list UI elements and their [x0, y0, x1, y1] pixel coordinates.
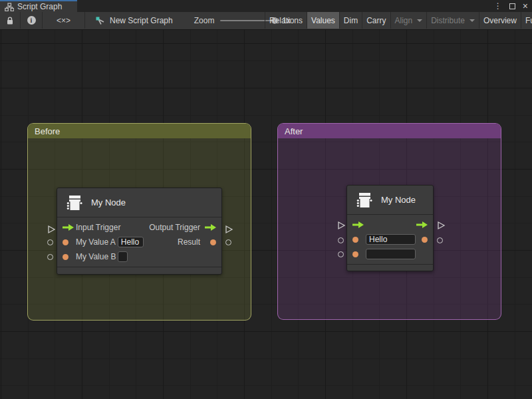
ext-flow-input-port[interactable] — [337, 221, 346, 233]
flow-output-port[interactable] — [205, 223, 216, 231]
node-footer — [347, 264, 433, 271]
unit-icon — [354, 190, 374, 210]
flow-arrow-icon — [63, 223, 74, 231]
port-label: Result — [178, 237, 200, 247]
ext-value-input-port[interactable] — [338, 237, 344, 243]
group-before-title: Before — [35, 126, 60, 136]
distribute-label: Distribute — [431, 16, 465, 25]
node-body: Input Trigger Output Trigger My Value A — [57, 217, 221, 267]
flow-input-port[interactable] — [63, 223, 74, 231]
values-label: Values — [311, 16, 335, 25]
fullscreen-button[interactable]: Full Screen — [521, 12, 532, 29]
ext-value-input-port[interactable] — [338, 251, 344, 257]
ext-value-output-port[interactable] — [437, 237, 443, 243]
node-my-node-before[interactable]: My Node Input Trigger Output Trigger — [57, 188, 222, 275]
align-dropdown[interactable]: Align — [391, 12, 427, 29]
zoom-label: Zoom — [194, 16, 215, 25]
code-preview-button[interactable]: <×> — [43, 12, 84, 29]
graph-toolbar: i <×> New Script Graph Zoom 1x — [0, 12, 532, 30]
port-label: Input Trigger — [76, 223, 120, 232]
value-input-port[interactable] — [63, 239, 74, 245]
graph-name: New Script Graph — [110, 16, 173, 25]
tab-script-graph[interactable]: Script Graph — [0, 0, 77, 12]
value-output-port[interactable] — [416, 237, 428, 243]
value-b-field[interactable] — [118, 251, 128, 262]
port-label: My Value B — [76, 252, 116, 261]
value-a-field[interactable] — [118, 237, 144, 247]
align-label: Align — [395, 16, 413, 25]
group-after-header[interactable]: After — [278, 124, 501, 138]
ext-flow-output-port[interactable] — [225, 225, 233, 237]
chevron-down-icon — [417, 19, 422, 22]
value-input-port[interactable] — [352, 251, 364, 257]
relations-toggle[interactable]: Relations — [265, 12, 307, 29]
port-row-value-b: My Value B — [57, 249, 221, 264]
ext-value-input-port[interactable] — [47, 239, 53, 245]
value-a-field[interactable] — [366, 234, 416, 245]
lock-icon — [6, 16, 14, 25]
value-dot-icon — [422, 237, 428, 243]
value-dot-icon — [63, 254, 68, 260]
node-header[interactable]: My Node — [347, 186, 433, 215]
carry-label: Carry — [366, 16, 386, 25]
relations-label: Relations — [269, 16, 303, 25]
value-dot-icon — [210, 239, 216, 245]
ext-flow-output-port[interactable] — [437, 221, 446, 233]
value-output-port[interactable] — [205, 239, 216, 245]
port-row-trigger — [347, 217, 433, 232]
flow-output-port[interactable] — [416, 221, 428, 229]
script-graph-window: Script Graph ⋮ × i <×> — [0, 0, 532, 399]
flow-port-outline-icon — [47, 225, 56, 234]
value-b-field[interactable] — [366, 249, 416, 259]
distribute-dropdown[interactable]: Distribute — [427, 12, 479, 29]
titlebar: Script Graph ⋮ × — [0, 0, 532, 12]
value-dot-icon — [352, 237, 358, 243]
node-title: My Node — [381, 195, 416, 205]
carry-toggle[interactable]: Carry — [362, 12, 390, 29]
overview-label: Overview — [483, 16, 517, 25]
flow-arrow-icon — [205, 223, 216, 231]
fullscreen-label: Full Screen — [525, 16, 532, 25]
maximize-icon[interactable] — [509, 3, 515, 9]
flow-port-outline-icon — [437, 221, 446, 230]
values-toggle[interactable]: Values — [307, 12, 339, 29]
port-row-value-a: My Value A Result — [57, 235, 221, 249]
graph-canvas[interactable]: Before After My Nod — [0, 30, 532, 399]
group-after-title: After — [285, 126, 303, 136]
value-dot-icon — [63, 239, 68, 245]
unit-icon — [64, 193, 84, 213]
ext-value-output-port[interactable] — [225, 239, 231, 245]
port-row-value-b — [347, 247, 433, 261]
dim-label: Dim — [344, 16, 358, 25]
ext-value-input-port[interactable] — [47, 254, 53, 260]
node-title: My Node — [91, 198, 126, 207]
info-icon: i — [27, 16, 36, 25]
group-before-header[interactable]: Before — [28, 124, 251, 138]
toolbar-separator — [84, 12, 85, 29]
overview-button[interactable]: Overview — [479, 12, 521, 29]
menu-kebab-icon[interactable]: ⋮ — [494, 2, 502, 10]
toolbar-right: Relations Values Dim Carry Align Distrib… — [265, 12, 532, 29]
tab-label: Script Graph — [17, 2, 62, 11]
flow-arrow-icon — [352, 221, 364, 229]
value-input-port[interactable] — [352, 237, 364, 243]
port-label: Output Trigger — [149, 223, 200, 232]
toolbar-left: i <×> New Script Graph Zoom 1x — [0, 12, 291, 29]
node-header[interactable]: My Node — [57, 188, 221, 217]
close-icon[interactable]: × — [523, 1, 528, 11]
graph-asset-icon — [95, 16, 106, 25]
code-icon: <×> — [57, 16, 70, 25]
value-input-port[interactable] — [63, 254, 74, 260]
flow-input-port[interactable] — [352, 221, 364, 229]
graph-hierarchy-icon — [5, 3, 14, 11]
graph-breadcrumb[interactable]: New Script Graph — [90, 12, 178, 29]
lock-button[interactable] — [0, 12, 20, 29]
info-button[interactable]: i — [21, 12, 42, 29]
port-label: My Value A — [76, 237, 116, 247]
node-footer — [57, 267, 221, 274]
node-my-node-after[interactable]: My Node — [346, 185, 434, 271]
ext-flow-input-port[interactable] — [47, 225, 56, 237]
dim-toggle[interactable]: Dim — [340, 12, 362, 29]
port-row-trigger: Input Trigger Output Trigger — [57, 220, 221, 235]
node-body — [347, 215, 433, 264]
